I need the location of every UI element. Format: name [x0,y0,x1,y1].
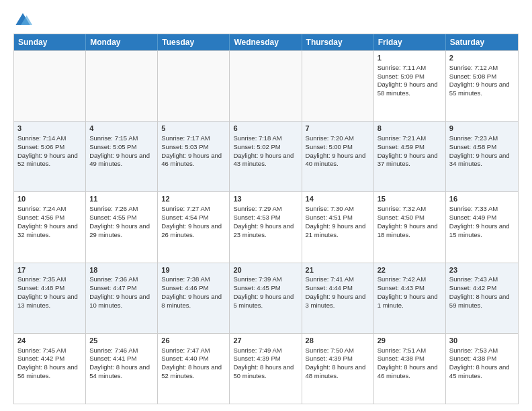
day-info: Sunset: 5:09 PM [378,73,442,81]
day-info: Daylight: 9 hours and 8 minutes. [161,293,226,310]
day-info: Daylight: 9 hours and 37 minutes. [378,152,442,169]
calendar-day-9: 9Sunrise: 7:23 AMSunset: 4:58 PMDaylight… [446,122,518,191]
day-info: Daylight: 9 hours and 18 minutes. [378,222,442,240]
day-number: 9 [449,124,515,134]
calendar-week-4: 17Sunrise: 7:35 AMSunset: 4:48 PMDayligh… [14,263,518,333]
day-info: Sunrise: 7:33 AM [449,205,515,214]
day-number: 28 [306,336,370,346]
day-number: 7 [306,124,370,134]
header [13,11,519,30]
day-info: Sunrise: 7:17 AM [161,134,226,143]
day-info: Sunset: 4:40 PM [161,355,226,363]
day-info: Sunrise: 7:18 AM [233,134,298,143]
calendar-week-2: 3Sunrise: 7:14 AMSunset: 5:06 PMDaylight… [14,121,518,191]
day-info: Daylight: 9 hours and 23 minutes. [233,222,298,240]
day-info: Daylight: 9 hours and 43 minutes. [233,152,298,169]
day-info: Sunset: 4:59 PM [378,143,442,152]
calendar-day-23: 23Sunrise: 7:43 AMSunset: 4:42 PMDayligh… [446,263,518,333]
day-number: 12 [161,194,226,204]
day-info: Sunset: 4:47 PM [89,284,154,293]
day-info: Sunrise: 7:45 AM [17,347,82,355]
day-number: 10 [17,194,82,204]
calendar-day-29: 29Sunrise: 7:51 AMSunset: 4:38 PMDayligh… [374,334,446,404]
day-number: 5 [161,124,226,134]
calendar-day-16: 16Sunrise: 7:33 AMSunset: 4:49 PMDayligh… [446,192,518,262]
calendar-day-empty [14,51,86,121]
day-info: Sunrise: 7:27 AM [161,205,226,214]
calendar-header-thursday: Thursday [302,34,374,50]
day-info: Daylight: 9 hours and 13 minutes. [17,293,82,310]
page: SundayMondayTuesdayWednesdayThursdayFrid… [0,0,532,411]
day-info: Daylight: 9 hours and 5 minutes. [233,293,298,310]
calendar-header-row: SundayMondayTuesdayWednesdayThursdayFrid… [14,34,518,50]
day-info: Daylight: 8 hours and 59 minutes. [449,293,515,310]
day-info: Sunrise: 7:11 AM [378,64,442,73]
calendar-day-5: 5Sunrise: 7:17 AMSunset: 5:03 PMDaylight… [158,122,230,191]
calendar-day-19: 19Sunrise: 7:38 AMSunset: 4:46 PMDayligh… [158,263,230,333]
day-info: Daylight: 9 hours and 34 minutes. [449,152,515,169]
day-info: Sunset: 5:02 PM [233,143,298,152]
calendar-day-26: 26Sunrise: 7:47 AMSunset: 4:40 PMDayligh… [158,334,230,404]
calendar-day-10: 10Sunrise: 7:24 AMSunset: 4:56 PMDayligh… [14,192,86,262]
day-info: Sunset: 4:45 PM [233,284,298,293]
calendar-day-3: 3Sunrise: 7:14 AMSunset: 5:06 PMDaylight… [14,122,86,191]
calendar-day-6: 6Sunrise: 7:18 AMSunset: 5:02 PMDaylight… [230,122,302,191]
day-info: Sunrise: 7:29 AM [233,205,298,214]
day-info: Sunrise: 7:26 AM [89,205,154,214]
calendar-header-tuesday: Tuesday [158,34,230,50]
day-info: Daylight: 8 hours and 50 minutes. [233,363,298,381]
calendar-day-7: 7Sunrise: 7:20 AMSunset: 5:00 PMDaylight… [302,122,374,191]
day-info: Sunrise: 7:43 AM [449,275,515,284]
calendar-day-4: 4Sunrise: 7:15 AMSunset: 5:05 PMDaylight… [86,122,158,191]
day-info: Sunrise: 7:32 AM [378,205,442,214]
day-number: 20 [233,265,298,275]
day-info: Sunset: 4:53 PM [233,214,298,222]
day-info: Sunrise: 7:42 AM [378,275,442,284]
day-info: Sunset: 4:50 PM [378,214,442,222]
day-info: Daylight: 9 hours and 32 minutes. [17,222,82,240]
day-number: 24 [17,336,82,346]
day-info: Sunrise: 7:41 AM [306,275,370,284]
day-info: Sunrise: 7:23 AM [449,134,515,143]
day-info: Sunrise: 7:47 AM [161,347,226,355]
day-number: 30 [449,336,515,346]
day-info: Sunset: 4:38 PM [378,355,442,363]
calendar-day-2: 2Sunrise: 7:12 AMSunset: 5:08 PMDaylight… [446,51,518,121]
day-info: Daylight: 8 hours and 46 minutes. [378,363,442,381]
day-number: 26 [161,336,226,346]
calendar-day-11: 11Sunrise: 7:26 AMSunset: 4:55 PMDayligh… [86,192,158,262]
day-number: 27 [233,336,298,346]
day-info: Sunrise: 7:36 AM [89,275,154,284]
day-info: Sunrise: 7:46 AM [89,347,154,355]
calendar-day-14: 14Sunrise: 7:30 AMSunset: 4:51 PMDayligh… [302,192,374,262]
day-info: Sunset: 5:00 PM [306,143,370,152]
calendar: SundayMondayTuesdayWednesdayThursdayFrid… [13,34,519,404]
day-number: 3 [17,124,82,134]
calendar-day-12: 12Sunrise: 7:27 AMSunset: 4:54 PMDayligh… [158,192,230,262]
day-info: Sunset: 4:41 PM [89,355,154,363]
day-info: Sunset: 4:44 PM [306,284,370,293]
calendar-day-22: 22Sunrise: 7:42 AMSunset: 4:43 PMDayligh… [374,263,446,333]
day-info: Sunrise: 7:24 AM [17,205,82,214]
day-info: Sunset: 4:46 PM [161,284,226,293]
day-info: Sunset: 4:49 PM [449,214,515,222]
calendar-header-saturday: Saturday [446,34,518,50]
calendar-day-20: 20Sunrise: 7:39 AMSunset: 4:45 PMDayligh… [230,263,302,333]
day-info: Sunrise: 7:20 AM [306,134,370,143]
calendar-day-8: 8Sunrise: 7:21 AMSunset: 4:59 PMDaylight… [374,122,446,191]
day-number: 11 [89,194,154,204]
day-info: Sunrise: 7:21 AM [378,134,442,143]
day-info: Daylight: 9 hours and 49 minutes. [89,152,154,169]
calendar-header-friday: Friday [374,34,446,50]
calendar-day-13: 13Sunrise: 7:29 AMSunset: 4:53 PMDayligh… [230,192,302,262]
day-info: Sunset: 4:56 PM [17,214,82,222]
day-number: 17 [17,265,82,275]
day-number: 22 [378,265,442,275]
day-info: Sunset: 4:48 PM [17,284,82,293]
day-info: Sunrise: 7:30 AM [306,205,370,214]
day-info: Daylight: 9 hours and 3 minutes. [306,293,370,310]
calendar-day-17: 17Sunrise: 7:35 AMSunset: 4:48 PMDayligh… [14,263,86,333]
day-info: Sunrise: 7:53 AM [449,347,515,355]
day-info: Daylight: 9 hours and 21 minutes. [306,222,370,240]
calendar-day-30: 30Sunrise: 7:53 AMSunset: 4:38 PMDayligh… [446,334,518,404]
